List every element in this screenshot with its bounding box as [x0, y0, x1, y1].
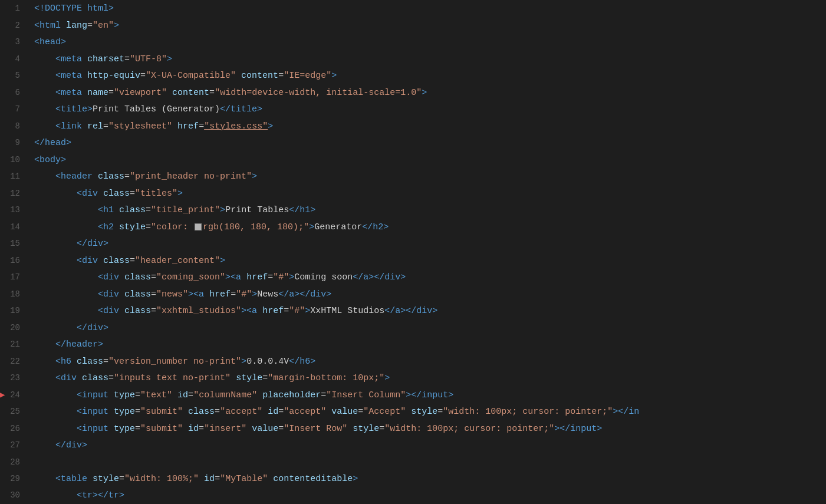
- token-attr-name: class: [124, 272, 151, 282]
- token-plain: =: [278, 424, 284, 434]
- line-content: <header class="print_header no-print">: [29, 169, 826, 185]
- token-plain: =: [284, 306, 289, 316]
- token-plain: =: [108, 373, 114, 383]
- code-line: 9</head>: [0, 134, 826, 151]
- line-number: 2: [0, 17, 29, 34]
- token-plain: [231, 373, 236, 383]
- line-number: 21: [0, 336, 29, 353]
- token-plain: =: [262, 373, 268, 383]
- token-tag: >: [331, 71, 337, 81]
- code-line: 6 <meta name="viewport" content="width=d…: [0, 84, 826, 101]
- line-content: <div class="titles">: [29, 186, 826, 202]
- code-line: 13 <h1 class="title_print">Print Tables<…: [0, 202, 826, 219]
- token-plain: =: [231, 289, 236, 299]
- line-number: 30: [0, 487, 29, 503]
- token-tag: >: [268, 121, 273, 131]
- token-plain: =: [437, 407, 443, 417]
- token-plain: =: [140, 71, 146, 81]
- token-tag: ><a: [188, 289, 209, 299]
- token-plain: XxHTML Studios: [310, 306, 384, 316]
- token-tag: </h6>: [289, 357, 315, 367]
- line-content: <body>: [29, 152, 826, 169]
- line-number: 6: [0, 84, 29, 101]
- token-plain: [268, 474, 273, 484]
- token-attr-name: id: [268, 407, 278, 417]
- token-tag: ><a: [225, 272, 246, 282]
- code-editor: 1<!DOCTYPE html>2<html lang="en">3<head>…: [0, 0, 826, 504]
- token-attr-name: style: [236, 373, 262, 383]
- token-plain: =: [215, 474, 220, 484]
- token-string: "accept": [220, 407, 262, 417]
- code-line: 2<html lang="en">: [0, 17, 826, 34]
- token-tag: <div: [98, 306, 124, 316]
- token-attr-name: style: [353, 424, 379, 434]
- token-attr-name: href: [177, 121, 199, 131]
- line-number: 8: [0, 118, 29, 134]
- token-tag: ></in: [613, 407, 639, 417]
- token-string: "titles": [135, 189, 177, 199]
- token-tag: <h1: [98, 205, 119, 215]
- code-line: 14 <h2 style="color: rgb(180, 180, 180);…: [0, 219, 826, 236]
- token-plain: [257, 390, 262, 400]
- token-plain: [326, 407, 331, 417]
- line-number: 26: [0, 420, 29, 437]
- token-plain: =: [188, 390, 193, 400]
- line-content: <div class="inputs text no-print" style=…: [29, 370, 826, 387]
- token-plain: =: [278, 71, 284, 81]
- line-number: 25: [0, 403, 29, 420]
- line-content: <input type="submit" class="accept" id="…: [29, 404, 826, 420]
- token-plain: Print Tables: [225, 205, 289, 215]
- token-attr-name: id: [188, 424, 199, 434]
- token-attr-name: id: [177, 390, 188, 400]
- code-line: 25 <input type="submit" class="accept" i…: [0, 403, 826, 420]
- token-plain: =: [146, 205, 151, 215]
- token-attr-name: style: [411, 407, 437, 417]
- line-number: 11: [0, 168, 29, 185]
- code-line: 28: [0, 454, 826, 470]
- token-tag: >: [384, 373, 390, 383]
- breakpoint-arrow: ▶: [0, 387, 5, 403]
- token-tag: >: [241, 357, 246, 367]
- token-attr-name: class: [103, 256, 130, 266]
- code-line: 29 <table style="width: 100%;" id="MyTab…: [0, 470, 826, 487]
- token-plain: =: [268, 272, 273, 282]
- token-tag: <div: [98, 272, 124, 282]
- line-number: 1: [0, 0, 29, 17]
- token-tag: <div: [77, 256, 103, 266]
- token-plain: [262, 407, 268, 417]
- code-line: 22 <h6 class="version_number no-print">0…: [0, 353, 826, 370]
- token-attr-name: class: [124, 306, 151, 316]
- line-content: <meta http-equiv="X-UA-Compatible" conte…: [29, 68, 826, 84]
- token-plain: =: [124, 172, 130, 182]
- line-content: <div class="header_content">: [29, 253, 826, 269]
- token-tag: >: [167, 54, 172, 64]
- token-attr-name: href: [262, 306, 284, 316]
- token-plain: [183, 424, 188, 434]
- token-string: "Accept": [363, 407, 406, 417]
- token-string: "inputs text no-print": [114, 373, 231, 383]
- line-number: 20: [0, 319, 29, 336]
- code-line: 4 <meta charset="UTF-8">: [0, 51, 826, 68]
- line-number: 7: [0, 101, 29, 117]
- line-number: 19: [0, 302, 29, 319]
- token-tag: </div>: [55, 440, 87, 450]
- token-plain: =: [278, 407, 284, 417]
- token-tag: <h2: [98, 222, 119, 232]
- line-content: <div class="xxhtml_studios"><a href="#">…: [29, 303, 826, 319]
- code-line: 17 <div class="coming_soon"><a href="#">…: [0, 269, 826, 286]
- token-tag: ><a: [241, 306, 262, 316]
- token-string: "insert": [204, 424, 246, 434]
- token-tag: <table: [55, 474, 93, 484]
- token-attr-name: class: [98, 172, 124, 182]
- code-line: 21 </header>: [0, 336, 826, 353]
- line-number: 29: [0, 470, 29, 487]
- token-tag: <meta: [55, 88, 87, 98]
- token-tag: <!DOCTYPE html>: [34, 4, 114, 14]
- token-tag: >: [353, 474, 358, 484]
- line-content: <input type="text" id="columnName" place…: [29, 387, 826, 404]
- token-plain: =: [135, 407, 140, 417]
- token-attr-name: class: [77, 357, 103, 367]
- code-line: 11 <header class="print_header no-print"…: [0, 168, 826, 185]
- token-tag: </a></div>: [353, 272, 406, 282]
- token-string: "en": [93, 21, 114, 31]
